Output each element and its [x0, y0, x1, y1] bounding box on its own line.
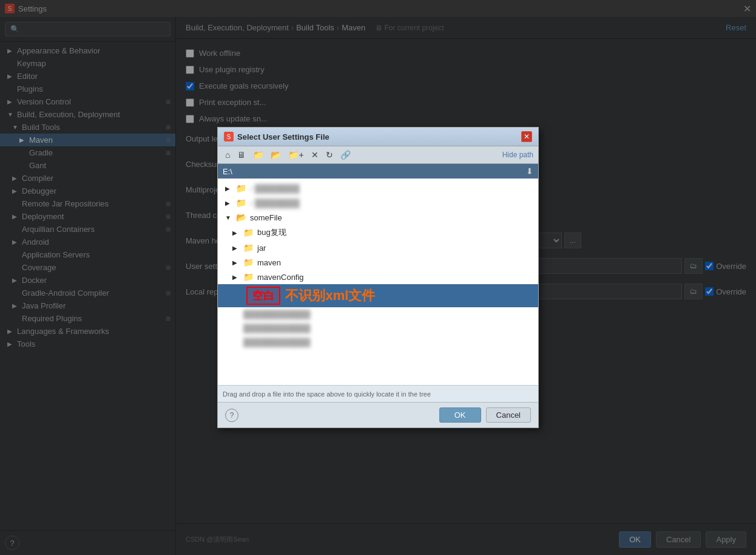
folder-icon: 📁	[236, 198, 246, 208]
link-button[interactable]: 🔗	[338, 149, 353, 161]
modal-status-bar: Drag and drop a file into the space abov…	[218, 385, 538, 402]
tree-item-somefile[interactable]: ▼ 📂 someFile	[218, 210, 538, 225]
modal-bottom-right: OK Cancel	[439, 407, 531, 423]
tree-item-label: someFile	[250, 213, 282, 222]
tree-item-maven[interactable]: ▶ 📁 maven	[218, 255, 538, 270]
tree-item-label: ████████████	[243, 310, 311, 319]
file-selector-modal: S Select User Settings File ✕ ⌂ 🖥 📁 📂 📁+…	[217, 127, 539, 428]
tree-item-label: maven	[257, 258, 281, 267]
tree-item-r1[interactable]: ▶ 📁 r ████████	[218, 181, 538, 196]
arrow-icon: ▶	[232, 259, 240, 266]
tree-item-blank-selected[interactable]: 空白 不识别xml文件	[218, 284, 538, 307]
annotation-text: 不识别xml文件	[285, 287, 375, 305]
arrow-icon: ▶	[232, 230, 240, 236]
tree-item-label: jar	[257, 243, 266, 253]
blank-selected-label: 空白 不识别xml文件	[246, 287, 533, 305]
folder-up-button[interactable]: 📁	[251, 149, 266, 161]
delete-button[interactable]: ✕	[309, 149, 321, 161]
folder-icon: 📁	[243, 272, 254, 282]
blank-annotation-label: 空白	[246, 287, 280, 305]
arrow-icon: ▶	[232, 274, 240, 281]
folder-icon: 📁	[236, 183, 246, 193]
modal-app-icon: S	[224, 132, 234, 141]
modal-title-left: S Select User Settings File	[224, 132, 329, 141]
folder-icon: 📁	[243, 257, 254, 267]
tree-item-label: r ████████	[250, 184, 300, 193]
modal-status-text: Drag and drop a file into the space abov…	[223, 390, 431, 398]
tree-item-label: bug复现	[257, 227, 286, 238]
home-button[interactable]: ⌂	[223, 149, 232, 161]
folder-button[interactable]: 📂	[268, 149, 283, 161]
modal-title-bar: S Select User Settings File ✕	[218, 128, 538, 146]
hide-path-button[interactable]: Hide path	[502, 151, 533, 159]
folder-new-button[interactable]: 📁+	[286, 149, 306, 161]
arrow-icon: ▶	[232, 245, 240, 251]
path-download-button[interactable]: ⬇	[526, 166, 533, 176]
modal-ok-button[interactable]: OK	[439, 407, 481, 423]
arrow-icon: ▶	[225, 200, 232, 206]
tree-item-label: mavenConfig	[257, 273, 304, 282]
tree-item-mavenconfig[interactable]: ▶ 📁 mavenConfig	[218, 270, 538, 284]
tree-item-label: ████████████	[243, 324, 311, 333]
refresh-button[interactable]: ↻	[323, 149, 336, 161]
arrow-icon: ▼	[225, 214, 232, 221]
tree-item-label: ████████████	[243, 338, 311, 347]
tree-item-blurred-2[interactable]: ████████████	[218, 321, 538, 335]
tree-item-blurred-3[interactable]: ████████████	[218, 335, 538, 349]
tree-item-bug[interactable]: ▶ 📁 bug复现	[218, 225, 538, 240]
modal-bottom: ? OK Cancel	[218, 402, 538, 427]
modal-toolbar: ⌂ 🖥 📁 📂 📁+ ✕ ↻ 🔗 Hide path	[218, 146, 538, 164]
tree-item-r2[interactable]: ▶ 📁 r ████████	[218, 196, 538, 210]
modal-toolbar-left: ⌂ 🖥 📁 📂 📁+ ✕ ↻ 🔗	[223, 149, 353, 161]
folder-icon-open: 📂	[236, 213, 246, 222]
modal-close-button[interactable]: ✕	[521, 131, 532, 142]
modal-help-button[interactable]: ?	[225, 409, 238, 422]
folder-icon: 📁	[243, 228, 254, 237]
tree-item-jar[interactable]: ▶ 📁 jar	[218, 240, 538, 255]
tree-item-blurred-1[interactable]: ████████████	[218, 307, 538, 321]
modal-file-tree: ▶ 📁 r ████████ ▶ 📁 r ████████ ▼ 📂 someFi…	[218, 179, 538, 385]
tree-item-label: r ████████	[250, 199, 300, 208]
folder-icon: 📁	[243, 243, 254, 253]
modal-cancel-button[interactable]: Cancel	[486, 407, 531, 423]
path-input[interactable]	[223, 167, 522, 176]
arrow-icon: ▶	[225, 185, 232, 192]
modal-title: Select User Settings File	[237, 132, 329, 141]
modal-path-bar: ⬇	[218, 164, 538, 179]
modal-overlay: S Select User Settings File ✕ ⌂ 🖥 📁 📂 📁+…	[0, 0, 756, 555]
desktop-button[interactable]: 🖥	[235, 149, 248, 161]
